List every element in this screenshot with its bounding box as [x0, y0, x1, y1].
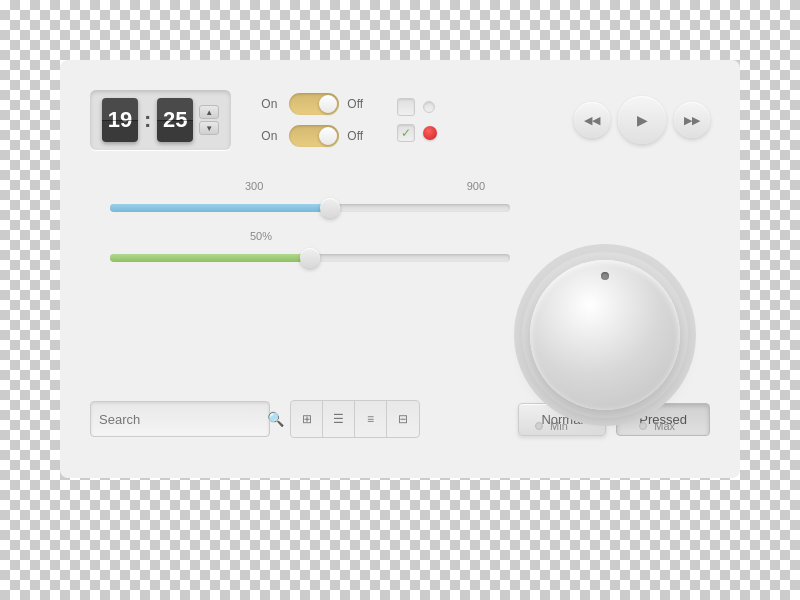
knob-dot	[601, 272, 609, 280]
flip-colon: :	[144, 107, 151, 133]
big-knob[interactable]	[530, 260, 680, 410]
checkbox-2-checked[interactable]: ✓	[397, 124, 415, 142]
search-box[interactable]: 🔍	[90, 401, 270, 437]
toggle2-thumb	[319, 127, 337, 145]
flip-up-arrow[interactable]: ▲	[199, 105, 219, 119]
flip-hours: 19	[102, 98, 138, 142]
forward-button[interactable]: ▶▶	[674, 102, 710, 138]
media-controls: ◀◀ ▶ ▶▶	[574, 96, 710, 144]
toggle-1[interactable]	[289, 93, 339, 115]
search-icon: 🔍	[267, 411, 284, 427]
slider2-fill	[110, 254, 310, 262]
slider1-fill	[110, 204, 330, 212]
slider2-thumb[interactable]	[300, 248, 320, 268]
dot-red	[423, 126, 437, 140]
toggle1-thumb	[319, 95, 337, 113]
column-view-button[interactable]: ⊟	[387, 401, 419, 437]
toggle-row-2: On Off	[261, 125, 367, 147]
checkbox-row-2: ✓	[397, 124, 437, 142]
rewind-button[interactable]: ◀◀	[574, 102, 610, 138]
knob-max-label: Max	[639, 420, 675, 432]
toggle-2[interactable]	[289, 125, 339, 147]
slider-2-track[interactable]	[110, 254, 510, 262]
list-view-button[interactable]: ☰	[323, 401, 355, 437]
toggle1-off-label: Off	[347, 97, 367, 111]
radio-1[interactable]	[423, 101, 435, 113]
detail-view-button[interactable]: ≡	[355, 401, 387, 437]
search-input[interactable]	[99, 412, 267, 427]
slider-2-container: 50%	[90, 230, 710, 262]
checkbox-group: ✓	[397, 98, 437, 142]
knob-min-indicator	[535, 422, 543, 430]
slider1-max-label: 900	[467, 180, 485, 192]
slider-1-container: 300 900	[90, 180, 710, 212]
flip-minutes: 25	[157, 98, 193, 142]
slider2-percent-label: 50%	[250, 230, 272, 242]
slider1-thumb[interactable]	[320, 198, 340, 218]
toggle2-on-label: On	[261, 129, 281, 143]
toggle-switches: On Off On Off	[261, 93, 367, 147]
knob-section: Min Max	[530, 260, 680, 432]
flip-down-arrow[interactable]: ▼	[199, 121, 219, 135]
grid-view-button[interactable]: ⊞	[291, 401, 323, 437]
slider-1-track[interactable]	[110, 204, 510, 212]
view-buttons: ⊞ ☰ ≡ ⊟	[290, 400, 420, 438]
knob-labels: Min Max	[530, 420, 680, 432]
toggle-row-1: On Off	[261, 93, 367, 115]
checkbox-row-1	[397, 98, 435, 116]
play-button[interactable]: ▶	[618, 96, 666, 144]
knob-min-label: Min	[535, 420, 568, 432]
slider1-min-label: 300	[245, 180, 263, 192]
flip-arrows[interactable]: ▲ ▼	[199, 105, 219, 135]
toggle1-on-label: On	[261, 97, 281, 111]
checkbox-1-empty[interactable]	[397, 98, 415, 116]
flip-clock[interactable]: 19 : 25 ▲ ▼	[90, 90, 231, 150]
knob-max-indicator	[639, 422, 647, 430]
toggle2-off-label: Off	[347, 129, 367, 143]
